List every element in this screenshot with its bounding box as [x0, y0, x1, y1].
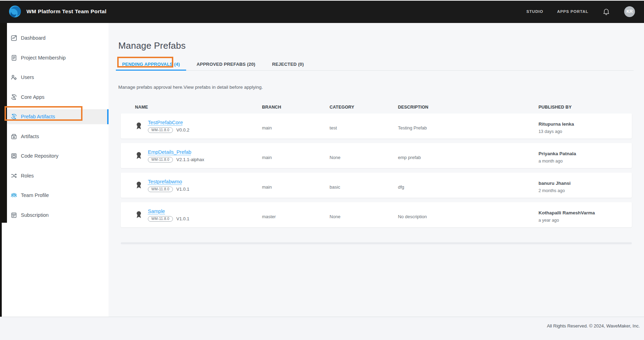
published-time-ago: 2 months ago — [539, 188, 632, 193]
prefab-name-link[interactable]: TestPrefabCore — [148, 120, 183, 125]
table-row: TestPrefabCore WM-11.8.0 V0.0.2 main tes… — [121, 113, 632, 139]
published-by-name: Priyanka Patnala — [539, 151, 632, 156]
sidebar-item-label: Code Repository — [21, 153, 58, 159]
tab-rejected[interactable]: REJECTED (0) — [266, 58, 310, 70]
tab-description-text: Manage prefabs approval here.View prefab… — [118, 85, 634, 90]
branch-cell: main — [257, 113, 325, 139]
sidebar-item-users[interactable]: Users — [0, 68, 109, 87]
prefab-name-link[interactable]: Testprefabwmo — [148, 179, 182, 184]
sidebar-item-project-membership[interactable]: Project Membership — [0, 48, 109, 68]
users-icon — [10, 74, 17, 81]
description-cell: Testing Prefab — [393, 113, 534, 139]
category-cell: basic — [325, 173, 393, 198]
sidebar-item-label: Dashboard — [21, 35, 46, 41]
table-header-row: NAME BRANCH CATEGORY DESCRIPTION PUBLISH… — [121, 105, 632, 113]
prefab-ribbon-icon — [135, 210, 143, 220]
sidebar-item-subscription[interactable]: Subscription — [0, 205, 109, 225]
portal-title: WM Platform Test Team Portal — [26, 8, 106, 15]
sidebar-item-team-profile[interactable]: Team Profile — [0, 185, 109, 205]
prefab-version: V1.0.1 — [176, 187, 190, 192]
prefab-ribbon-icon — [135, 121, 143, 131]
table-row: Sample WM-11.8.0 V1.0.1 master None No d… — [121, 202, 632, 227]
artifacts-icon — [10, 133, 17, 140]
published-by-name: Kothapalli RameshVarma — [539, 210, 632, 215]
sidebar: Dashboard Project Membership Users — [0, 23, 109, 317]
branch-cell: main — [257, 143, 325, 168]
sidebar-item-label: Core Apps — [21, 94, 45, 100]
category-cell: None — [325, 143, 393, 168]
prefab-version: V0.0.2 — [176, 127, 190, 133]
prefab-artifacts-icon — [10, 113, 17, 120]
published-time-ago: a year ago — [539, 218, 632, 223]
sidebar-item-label: Subscription — [21, 212, 49, 218]
top-header-bar: WM Platform Test Team Portal STUDIO APPS… — [0, 0, 644, 23]
prefab-ribbon-icon — [135, 151, 143, 160]
background-edge-strip — [0, 223, 2, 317]
page-title: Manage Prefabs — [118, 40, 644, 51]
branch-cell: main — [257, 173, 325, 198]
dashboard-icon — [10, 34, 17, 41]
published-by-name: banuru Jhansi — [539, 181, 632, 186]
notifications-bell-icon[interactable] — [602, 7, 610, 16]
prefab-version: V1.0.1 — [176, 216, 190, 221]
tab-bar: PENDING APPROVALS (4) APPROVED PREFABS (… — [116, 58, 634, 71]
project-membership-icon — [10, 54, 17, 61]
published-time-ago: a month ago — [539, 159, 632, 164]
sidebar-item-label: Artifacts — [21, 134, 39, 139]
footer: All Rights Reserved. © 2024, WaveMaker, … — [0, 317, 644, 340]
platform-version-chip: WM-11.8.0 — [148, 216, 173, 222]
user-avatar[interactable]: KR — [624, 6, 635, 17]
description-cell: emp prefab — [393, 143, 534, 168]
platform-version-chip: WM-11.8.0 — [148, 157, 173, 163]
footer-copyright-text: All Rights Reserved. © 2024, WaveMaker, … — [547, 323, 640, 329]
sidebar-item-label: Roles — [21, 173, 34, 179]
prefab-ribbon-icon — [135, 181, 143, 190]
sidebar-item-roles[interactable]: Roles — [0, 166, 109, 186]
column-header-category: CATEGORY — [325, 105, 393, 110]
table-row: Testprefabwmo WM-11.8.0 V1.0.1 main basi… — [121, 173, 632, 198]
prefabs-table: NAME BRANCH CATEGORY DESCRIPTION PUBLISH… — [121, 105, 632, 244]
branch-cell: master — [257, 202, 325, 227]
sidebar-item-dashboard[interactable]: Dashboard — [0, 28, 109, 48]
prefab-name-link[interactable]: EmpDetails_Prefab — [148, 149, 191, 155]
description-cell: dfg — [393, 173, 534, 198]
sidebar-item-label: Users — [21, 74, 34, 80]
column-header-branch: BRANCH — [257, 105, 325, 110]
wavemaker-logo-icon — [8, 5, 22, 18]
published-by-name: Ritupurna lenka — [539, 121, 632, 127]
platform-version-chip: WM-11.8.0 — [148, 127, 173, 133]
column-header-published-by: PUBLISHED BY — [534, 105, 632, 110]
prefab-version: V2.1.1-alphax — [176, 157, 204, 162]
window-top-edge — [0, 0, 644, 1]
sidebar-item-artifacts[interactable]: Artifacts — [0, 127, 109, 147]
published-time-ago: 13 days ago — [539, 129, 632, 134]
core-apps-icon — [10, 94, 17, 101]
sidebar-item-core-apps[interactable]: Core Apps — [0, 87, 109, 107]
apps-portal-link[interactable]: APPS PORTAL — [557, 9, 588, 14]
sidebar-item-label: Project Membership — [21, 55, 66, 61]
team-profile-icon — [10, 192, 17, 199]
studio-link[interactable]: STUDIO — [526, 9, 543, 14]
table-end-divider — [121, 242, 632, 244]
description-cell: No description — [393, 202, 534, 227]
roles-icon — [10, 172, 17, 179]
sidebar-item-code-repository[interactable]: Code Repository — [0, 146, 109, 166]
background-edge-strip — [0, 23, 7, 223]
tab-pending-approvals[interactable]: PENDING APPROVALS (4) — [116, 58, 186, 70]
column-header-name: NAME — [121, 105, 257, 110]
category-cell: None — [325, 202, 393, 227]
code-repository-icon — [10, 152, 17, 159]
table-row: EmpDetails_Prefab WM-11.8.0 V2.1.1-alpha… — [121, 143, 632, 168]
sidebar-item-label: Prefab Artifacts — [21, 114, 55, 119]
prefab-name-link[interactable]: Sample — [148, 208, 165, 214]
sidebar-item-prefab-artifacts[interactable]: Prefab Artifacts — [0, 107, 109, 127]
category-cell: test — [325, 113, 393, 139]
platform-version-chip: WM-11.8.0 — [148, 187, 173, 192]
sidebar-item-label: Team Profile — [21, 192, 49, 198]
subscription-icon — [10, 212, 17, 219]
tab-approved-prefabs[interactable]: APPROVED PREFABS (20) — [190, 58, 262, 70]
column-header-description: DESCRIPTION — [393, 105, 534, 110]
main-content: Manage Prefabs PENDING APPROVALS (4) APP… — [109, 23, 644, 317]
active-item-indicator — [107, 109, 109, 124]
